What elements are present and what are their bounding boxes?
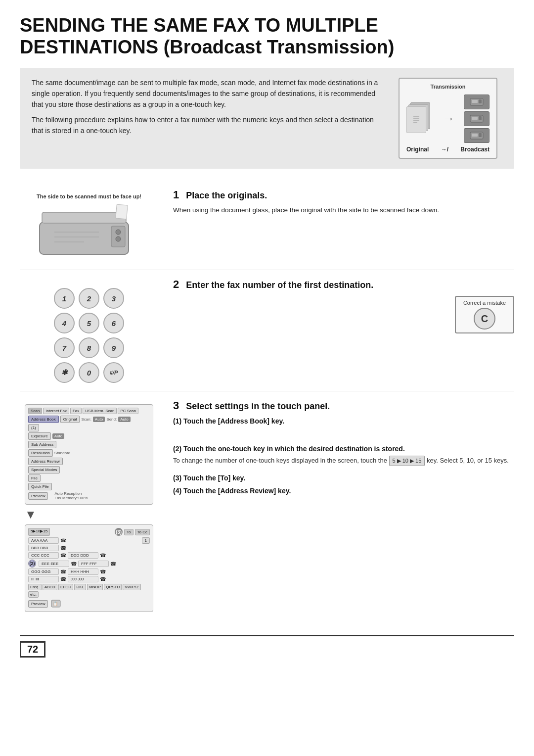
key-5[interactable]: 5 <box>79 313 99 333</box>
panel2-tab-5[interactable]: 5▶10▶15 <box>28 528 50 536</box>
key-4[interactable]: 4 <box>54 313 75 333</box>
alpha-abcd[interactable]: ABCD <box>43 584 57 590</box>
diagram-labels: Original →/ Broadcast <box>406 146 490 153</box>
c-key[interactable]: C <box>474 308 495 330</box>
panel2-top-tabs: 5▶10▶15 (3) To To Cc <box>28 528 150 536</box>
alpha-freq[interactable]: Freq. <box>28 584 42 590</box>
num-badge-1: 1 <box>142 537 150 544</box>
panel-row-preview-2: Preview 📋 <box>28 600 150 608</box>
panel-tab-usb[interactable]: USB Mem. Scan <box>83 408 117 414</box>
svg-rect-9 <box>479 116 482 120</box>
step-2-title-text: Enter the fax number of the first destin… <box>186 280 373 290</box>
sub-step-3-num: (3) <box>173 474 181 482</box>
touch-panel-2: 5▶10▶15 (3) To To Cc AAA AAA ☎ 1 <box>25 524 153 612</box>
alpha-mnop[interactable]: MNOP <box>87 584 103 590</box>
contact-fff[interactable]: FFF FFF <box>78 561 109 567</box>
phone-icon-hhh: ☎ <box>100 569 106 574</box>
doc-lines-icon <box>411 114 421 126</box>
contact-ggg[interactable]: GGG GGG <box>28 568 59 575</box>
phone-icon-ggg: ☎ <box>60 569 66 574</box>
sub-step-3: (3) Touch the [To] key. <box>173 474 514 482</box>
contact-iii[interactable]: III III <box>28 576 59 582</box>
panel2-tab-cc[interactable]: To Cc <box>135 529 150 535</box>
contact-jjj[interactable]: JJJ JJJ <box>68 576 98 582</box>
sub-step-1-num: (1) <box>173 417 181 425</box>
contact-row-ggg: GGG GGG ☎ HHH HHH ☎ <box>28 568 150 575</box>
key-2[interactable]: 2 <box>79 288 99 309</box>
contact-hhh[interactable]: HHH HHH <box>68 568 98 575</box>
contact-eee[interactable]: EEE EEE <box>39 561 69 567</box>
sub-step-1: (1) Touch the [Address Book] key. <box>173 417 514 425</box>
key-9[interactable]: 9 <box>103 337 124 358</box>
alpha-etc[interactable]: etc. <box>28 591 39 598</box>
sub-step-2-num: (2) <box>173 445 181 453</box>
panel-row-1: (1) <box>28 424 150 431</box>
panel-tab-pc[interactable]: PC Scan <box>118 408 138 414</box>
fax-icon-top <box>469 97 484 106</box>
alpha-ijkl[interactable]: IJKL <box>74 584 86 590</box>
badge-2: (2) <box>28 560 36 567</box>
panel2-tab-to[interactable]: To <box>124 529 133 535</box>
arrow-label: →/ <box>441 146 448 153</box>
bottom-bar: 72 <box>20 635 514 658</box>
key-8[interactable]: 8 <box>79 337 99 358</box>
panel-tab-fax[interactable]: Fax <box>70 408 82 414</box>
transmission-diagram: Transmission → <box>399 78 497 159</box>
step-1-right: 1 Place the originals. When using the do… <box>173 189 514 216</box>
phone-icon-fff: ☎ <box>110 561 116 567</box>
contact-ddd[interactable]: DDD DDD <box>68 552 98 559</box>
step-2-title: 2 Enter the fax number of the first dest… <box>173 278 514 291</box>
step-3-title: 3 Select settings in the touch panel. <box>173 399 514 412</box>
key-6[interactable]: 6 <box>103 313 124 333</box>
phone-icon-jjj: ☎ <box>100 576 106 582</box>
contact-bbb[interactable]: BBB BBB <box>28 545 59 551</box>
panel-row-addrreview: Address Review <box>28 458 150 465</box>
inline-key-15[interactable]: 5 ▶ 10 ▶ 15 <box>389 456 425 466</box>
original-btn[interactable]: Original <box>60 416 80 423</box>
panel-row-preview: Preview Auto ReceptionFax Memory:100% <box>28 491 150 500</box>
svg-rect-8 <box>472 117 478 120</box>
panel-row-quickfile: Quick File <box>28 483 150 490</box>
key-1[interactable]: 1 <box>54 288 75 309</box>
svg-rect-5 <box>472 100 478 103</box>
svg-point-16 <box>116 230 121 235</box>
panel-tab-scan[interactable]: Scan <box>28 408 42 414</box>
contact-aaa[interactable]: AAA AAA <box>28 537 59 544</box>
keypad: 1 2 3 4 5 6 7 8 9 ✱ 0 #/P <box>54 288 124 383</box>
key-star[interactable]: ✱ <box>54 362 75 383</box>
step-1-left: The side to be scanned must be face up! <box>20 189 158 262</box>
exposure-auto: Auto <box>52 433 64 439</box>
alpha-vwxyz[interactable]: VWXYZ <box>123 584 140 590</box>
contact-ccc[interactable]: CCC CCC <box>28 552 59 559</box>
address-book-btn[interactable]: Address Book <box>28 416 59 423</box>
sub-step-4: (4) Touch the [Address Review] key. <box>173 487 514 495</box>
preview-btn-2[interactable]: Preview <box>28 600 48 608</box>
panel-tab-inet[interactable]: Internet Fax <box>43 408 69 414</box>
sub-address-btn[interactable]: Sub Address <box>28 441 56 448</box>
key-7[interactable]: 7 <box>54 337 75 358</box>
svg-rect-6 <box>479 99 482 103</box>
fax-icon-bot <box>469 131 484 140</box>
original-label: Original <box>406 146 429 153</box>
quick-file-btn[interactable]: Quick File <box>28 483 52 490</box>
alpha-qrstu[interactable]: QRSTU <box>104 584 122 590</box>
page-title: SENDING THE SAME FAX TO MULTIPLE DESTINA… <box>20 15 514 58</box>
broadcast-icons <box>464 94 490 143</box>
contact-row-iii: III III ☎ JJJ JJJ ☎ <box>28 576 150 582</box>
key-hash[interactable]: #/P <box>103 362 124 383</box>
file-btn[interactable]: File <box>28 474 41 482</box>
alpha-efgh[interactable]: EFGH <box>58 584 73 590</box>
number-1-btn[interactable]: (1) <box>28 424 39 431</box>
special-modes-btn[interactable]: Special Modes <box>28 466 60 473</box>
resolution-btn[interactable]: Resolution <box>28 449 53 457</box>
broadcast-label: Broadcast <box>460 146 490 153</box>
phone-icon-ccc: ☎ <box>60 553 66 558</box>
key-3[interactable]: 3 <box>103 288 124 309</box>
panel-row-exposure: Exposure Auto <box>28 432 150 440</box>
sub-step-4-num: (4) <box>173 487 181 495</box>
address-review-btn[interactable]: Address Review <box>28 458 63 465</box>
preview-btn-1[interactable]: Preview <box>28 492 48 500</box>
exposure-btn[interactable]: Exposure <box>28 432 51 440</box>
phone-icon-bbb: ☎ <box>60 545 66 551</box>
key-0[interactable]: 0 <box>79 362 99 383</box>
